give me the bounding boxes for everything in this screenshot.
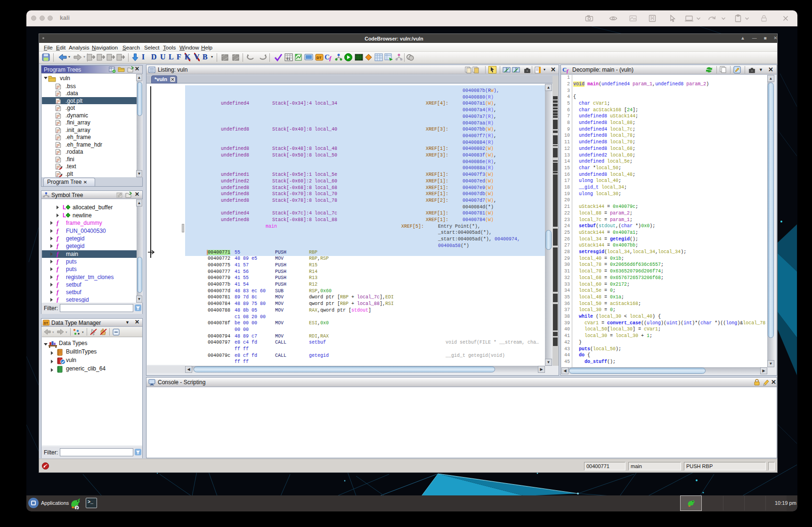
svg-text:2: 2: [75, 506, 78, 510]
svg-text:DT: DT: [44, 321, 49, 325]
svg-text:DT: DT: [317, 56, 322, 60]
svg-text:C: C: [562, 66, 567, 73]
svg-text:01: 01: [286, 57, 290, 61]
svg-text:f: f: [567, 68, 569, 74]
svg-text:f: f: [329, 55, 332, 61]
